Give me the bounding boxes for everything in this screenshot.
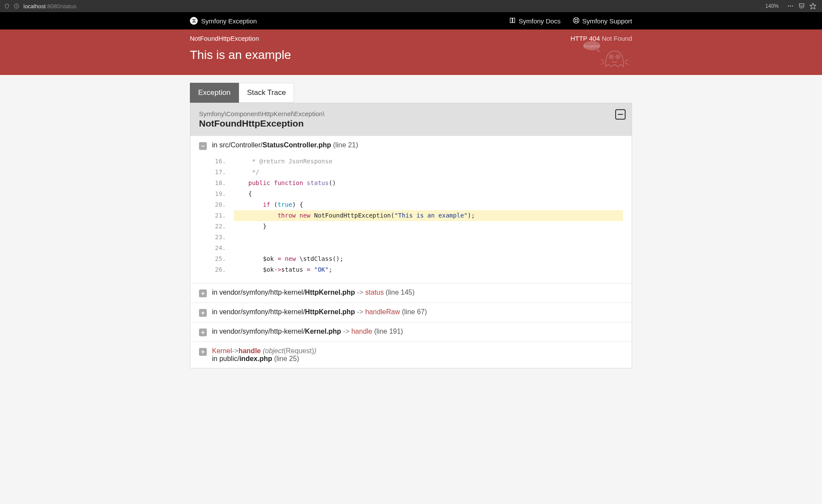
svg-point-5	[792, 6, 793, 7]
code-row: 20. if (true) {	[212, 199, 623, 210]
trace-entry: + Kernel->handle (object(Request)) in pu…	[190, 341, 632, 368]
trace-in: in	[212, 289, 219, 296]
symfony-logo-icon	[190, 17, 198, 25]
support-link-label: Symfony Support	[582, 17, 632, 25]
code-text: $ok = new \stdClass();	[234, 254, 623, 264]
trace-entry: − in src/Controller/StatusController.php…	[190, 136, 632, 283]
plus-icon[interactable]: +	[199, 328, 207, 336]
line-number: 25.	[212, 254, 234, 264]
trace-path-prefix: vendor/symfony/http-kernel/	[219, 289, 305, 296]
trace-path-prefix: src/Controller/	[219, 141, 263, 149]
code-block: 16. * @return JsonResponse17. */18. publ…	[212, 156, 623, 275]
book-icon	[509, 17, 516, 25]
svg-line-9	[574, 18, 575, 20]
tabs: Exception Stack Trace	[190, 83, 632, 103]
svg-point-4	[790, 6, 791, 7]
top-header: Symfony Exception Symfony Docs Symfony S…	[0, 12, 822, 29]
plus-icon[interactable]: +	[199, 289, 207, 297]
code-text: */	[234, 167, 623, 178]
trace-entry: + in vendor/symfony/http-kernel/Kernel.p…	[190, 322, 632, 341]
code-row: 17. */	[212, 167, 623, 178]
svg-point-17	[611, 56, 612, 58]
code-text: }	[234, 221, 623, 232]
trace-in: in	[212, 328, 219, 335]
code-row: 16. * @return JsonResponse	[212, 156, 623, 167]
trace-text[interactable]: Kernel->handle (object(Request)) in publ…	[212, 347, 316, 363]
exception-namespace: Symfony\Component\HttpKernel\Exception\	[199, 110, 623, 117]
star-icon[interactable]	[809, 3, 816, 10]
exception-class-full: NotFoundHttpException	[199, 118, 623, 129]
url-port: :8080	[46, 3, 60, 10]
code-text: * @return JsonResponse	[234, 156, 623, 167]
code-text: if (true) {	[234, 199, 623, 210]
browser-address-bar: localhost:8080/status 140%	[0, 0, 822, 12]
trace-text[interactable]: in vendor/symfony/http-kernel/HttpKernel…	[212, 308, 427, 316]
trace-in: in	[212, 141, 219, 149]
svg-point-3	[788, 6, 789, 7]
trace-text[interactable]: in vendor/symfony/http-kernel/HttpKernel…	[212, 289, 414, 296]
trace-method: handle	[351, 328, 372, 335]
line-number: 23.	[212, 232, 234, 243]
plus-icon[interactable]: +	[199, 309, 207, 317]
trace-path-prefix: vendor/symfony/http-kernel/	[219, 308, 305, 315]
url-host: localhost	[23, 3, 46, 10]
url-display[interactable]: localhost:8080/status	[23, 3, 76, 10]
plus-icon[interactable]: +	[199, 348, 207, 356]
code-row: 25. $ok = new \stdClass();	[212, 254, 623, 264]
zoom-level[interactable]: 140%	[765, 3, 779, 9]
minus-icon[interactable]: −	[199, 142, 207, 150]
line-number: 16.	[212, 156, 234, 167]
exception-message: This is an example	[190, 48, 632, 62]
svg-line-10	[577, 21, 578, 23]
line-number: 26.	[212, 264, 234, 275]
pocket-icon[interactable]	[798, 3, 805, 10]
code-row: 19. {	[212, 189, 623, 199]
life-ring-icon	[573, 17, 580, 25]
arrow-text: ->	[232, 347, 238, 354]
trace-class-ref: Kernel	[212, 347, 232, 354]
trace-in: in	[212, 308, 219, 315]
line-number: 22.	[212, 221, 234, 232]
trace-entry: + in vendor/symfony/http-kernel/HttpKern…	[190, 302, 632, 322]
svg-marker-6	[810, 3, 815, 9]
code-row: 18. public function status()	[212, 178, 623, 189]
arrow-text: ->	[341, 328, 352, 335]
svg-point-2	[16, 5, 17, 5]
trace-method: status	[365, 289, 384, 296]
trace-sub-text: in public/index.php (line 25)	[212, 355, 299, 362]
code-text: $ok->status = "OK";	[234, 264, 623, 275]
trace-path-prefix: vendor/symfony/http-kernel/	[219, 328, 305, 335]
trace-method: handleRaw	[365, 308, 400, 315]
trace-file: HttpKernel.php	[305, 289, 355, 296]
tab-exception[interactable]: Exception	[190, 83, 239, 103]
code-text	[234, 243, 623, 254]
url-path: /status	[60, 3, 76, 10]
code-row: 22. }	[212, 221, 623, 232]
line-number: 24.	[212, 243, 234, 254]
code-text: public function status()	[234, 178, 623, 189]
code-text: {	[234, 189, 623, 199]
line-number: 20.	[212, 199, 234, 210]
docs-link[interactable]: Symfony Docs	[509, 17, 561, 25]
svg-line-12	[577, 18, 578, 20]
shield-icon	[3, 3, 10, 9]
exception-summary: NotFoundHttpException HTTP 404 Not Found…	[0, 29, 822, 75]
code-text	[234, 232, 623, 243]
trace-text[interactable]: in src/Controller/StatusController.php (…	[212, 141, 358, 149]
code-row: 21. throw new NotFoundHttpException("Thi…	[212, 210, 623, 221]
trace-line-info: (line 67)	[400, 308, 427, 315]
line-number: 21.	[212, 210, 234, 221]
collapse-icon[interactable]	[615, 109, 626, 120]
trace-panel-header[interactable]: Symfony\Component\HttpKernel\Exception\ …	[190, 103, 632, 136]
line-number: 19.	[212, 189, 234, 199]
trace-text[interactable]: in vendor/symfony/http-kernel/Kernel.php…	[212, 328, 403, 335]
trace-line-info: (line 191)	[372, 328, 403, 335]
tab-stack-trace[interactable]: Stack Trace	[239, 83, 294, 103]
more-icon[interactable]	[787, 3, 794, 10]
svg-point-18	[617, 56, 619, 58]
support-link[interactable]: Symfony Support	[573, 17, 632, 25]
trace-entry: + in vendor/symfony/http-kernel/HttpKern…	[190, 283, 632, 302]
trace-file: HttpKernel.php	[305, 308, 355, 315]
arrow-text: ->	[355, 308, 365, 315]
trace-file: Kernel.php	[305, 328, 341, 335]
